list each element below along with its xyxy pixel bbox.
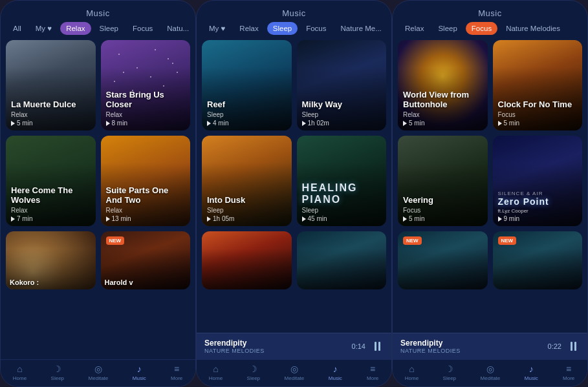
card-0-0[interactable]: World View from ButtonholeRelax5 min xyxy=(398,40,488,131)
tab-relax[interactable]: Relax xyxy=(60,22,91,35)
card-2-1[interactable]: NEWHarold v xyxy=(101,231,191,289)
tab-my--[interactable]: My ♥ xyxy=(30,22,58,35)
card-subtitle: Relax xyxy=(106,111,186,118)
phone-2-content: ReefSleep4 minMilky WaySleep1h 02mInto D… xyxy=(197,40,391,333)
play-icon xyxy=(106,121,110,126)
nav-label-meditate: Meditate xyxy=(285,375,305,381)
tab-all[interactable]: All xyxy=(7,22,27,35)
tab-nature-melodies[interactable]: Nature Melodies xyxy=(500,22,566,35)
tab-sleep[interactable]: Sleep xyxy=(432,22,463,35)
card-1-0[interactable]: VeeringFocus5 min xyxy=(398,136,488,226)
card-0-1[interactable]: Clock For No TimeFocus5 min xyxy=(493,40,583,131)
card-2-1[interactable]: NEW xyxy=(493,231,583,289)
card-0-1[interactable]: Milky WaySleep1h 02m xyxy=(297,40,387,131)
phone-3: MusicRelaxSleepFocusNature MelodiesWorld… xyxy=(392,0,588,387)
phone-3-content: World View from ButtonholeRelax5 minCloc… xyxy=(393,40,587,333)
nav-icon-more: ≡ xyxy=(170,364,183,374)
nav-item-meditate[interactable]: ◎Meditate xyxy=(481,364,501,381)
nav-label-sleep: Sleep xyxy=(443,375,456,381)
card-duration: 45 min xyxy=(302,215,382,222)
nav-icon-music: ♪ xyxy=(525,364,538,374)
nav-item-meditate[interactable]: ◎Meditate xyxy=(89,364,109,381)
nav-item-sleep[interactable]: ☽Sleep xyxy=(247,364,260,381)
nav-item-music[interactable]: ♪Music xyxy=(133,364,146,381)
phone-1: MusicAllMy ♥RelaxSleepFocusNatu...La Mue… xyxy=(0,0,196,387)
card-title: Harold v xyxy=(105,278,187,287)
player-title: Serendipity xyxy=(204,339,265,348)
tab-sleep[interactable]: Sleep xyxy=(94,22,124,35)
card-title: World View from Buttonhole xyxy=(403,90,483,110)
card-subtitle: Sleep xyxy=(302,111,382,118)
tab-focus[interactable]: Focus xyxy=(127,22,158,35)
card-subtitle: Relax xyxy=(11,207,91,214)
play-icon xyxy=(207,121,211,126)
card-duration: 5 min xyxy=(403,120,483,127)
nav-label-sleep: Sleep xyxy=(247,375,260,381)
tab-sleep[interactable]: Sleep xyxy=(267,22,298,35)
card-subtitle: Relax xyxy=(106,207,186,214)
nav-label-music: Music xyxy=(133,375,146,381)
tab-focus[interactable]: Focus xyxy=(300,22,332,35)
tab-relax[interactable]: Relax xyxy=(234,22,264,35)
cards-row-2 xyxy=(202,231,386,289)
card-2-1[interactable] xyxy=(297,231,387,289)
card-2-0[interactable]: NEW xyxy=(398,231,488,289)
nav-item-more[interactable]: ≡More xyxy=(366,364,379,381)
new-badge: NEW xyxy=(403,236,422,245)
nav-item-sleep[interactable]: ☽Sleep xyxy=(443,364,456,381)
nav-label-home: Home xyxy=(209,375,223,381)
card-title: Reef xyxy=(207,99,287,110)
nav-item-music[interactable]: ♪Music xyxy=(329,364,342,381)
nav-item-home[interactable]: ⌂Home xyxy=(13,364,27,381)
card-duration: 7 min xyxy=(11,215,91,222)
nav-label-home: Home xyxy=(13,375,27,381)
card-duration: 1h 05m xyxy=(207,215,287,222)
cards-row-0: World View from ButtonholeRelax5 minCloc… xyxy=(398,40,582,131)
nav-item-sleep[interactable]: ☽Sleep xyxy=(51,364,64,381)
card-subtitle: Relax xyxy=(403,111,483,118)
tab-my--[interactable]: My ♥ xyxy=(203,22,231,35)
nav-item-more[interactable]: ≡More xyxy=(170,364,183,381)
tab-nature-me---[interactable]: Nature Me... xyxy=(335,22,387,35)
card-1-1[interactable]: HEALING PIANOSleep45 min xyxy=(297,136,387,226)
card-subtitle: Focus xyxy=(403,207,483,214)
card-0-0[interactable]: La Muerte DulceRelax5 min xyxy=(6,40,96,131)
card-title: Here Come The Wolves xyxy=(11,185,91,205)
phone-2-tabs: My ♥RelaxSleepFocusNature Me... xyxy=(197,22,391,40)
nav-label-more: More xyxy=(563,375,574,381)
card-1-0[interactable]: Here Come The WolvesRelax7 min xyxy=(6,136,96,226)
nav-icon-meditate: ◎ xyxy=(288,364,301,374)
phone-2-header: Music xyxy=(197,1,391,22)
card-2-0[interactable]: Kokoro : xyxy=(6,231,96,289)
player-subtitle: NATURE MELODIES xyxy=(400,348,461,354)
nav-item-music[interactable]: ♪Music xyxy=(525,364,538,381)
tab-natu---[interactable]: Natu... xyxy=(161,22,195,35)
cards-row-1: Here Come The WolvesRelax7 minSuite Part… xyxy=(6,136,190,226)
cards-row-1: Into DuskSleep1h 05mHEALING PIANOSleep45… xyxy=(202,136,386,226)
card-1-1[interactable]: SILENCE & AIRZero Pointft.Lyz Cooper9 mi… xyxy=(493,136,583,226)
card-0-1[interactable]: Stars Bring Us CloserRelax8 min xyxy=(101,40,191,131)
card-duration: 1h 02m xyxy=(302,120,382,127)
phone-3-header: Music xyxy=(393,1,587,22)
nav-item-meditate[interactable]: ◎Meditate xyxy=(285,364,305,381)
play-icon xyxy=(106,216,110,222)
card-title: La Muerte Dulce xyxy=(11,99,91,110)
play-icon xyxy=(302,121,306,126)
bottom-player: SerendipityNATURE MELODIES0:14 xyxy=(197,333,391,359)
card-1-0[interactable]: Into DuskSleep1h 05m xyxy=(202,136,292,226)
nav-icon-music: ♪ xyxy=(329,364,342,374)
card-2-0[interactable] xyxy=(202,231,292,289)
tab-relax[interactable]: Relax xyxy=(399,22,430,35)
pause-button[interactable] xyxy=(567,340,580,353)
card-0-0[interactable]: ReefSleep4 min xyxy=(202,40,292,131)
card-1-1[interactable]: Suite Parts One And TwoRelax13 min xyxy=(101,136,191,226)
tab-focus[interactable]: Focus xyxy=(466,22,497,35)
nav-item-home[interactable]: ⌂Home xyxy=(209,364,223,381)
card-subtitle: Sleep xyxy=(302,207,382,214)
nav-item-more[interactable]: ≡More xyxy=(562,364,575,381)
cards-row-0: ReefSleep4 minMilky WaySleep1h 02m xyxy=(202,40,386,131)
nav-icon-home: ⌂ xyxy=(209,364,222,374)
cards-row-0: La Muerte DulceRelax5 minStars Bring Us … xyxy=(6,40,190,131)
pause-button[interactable] xyxy=(371,340,384,353)
nav-item-home[interactable]: ⌂Home xyxy=(405,364,419,381)
